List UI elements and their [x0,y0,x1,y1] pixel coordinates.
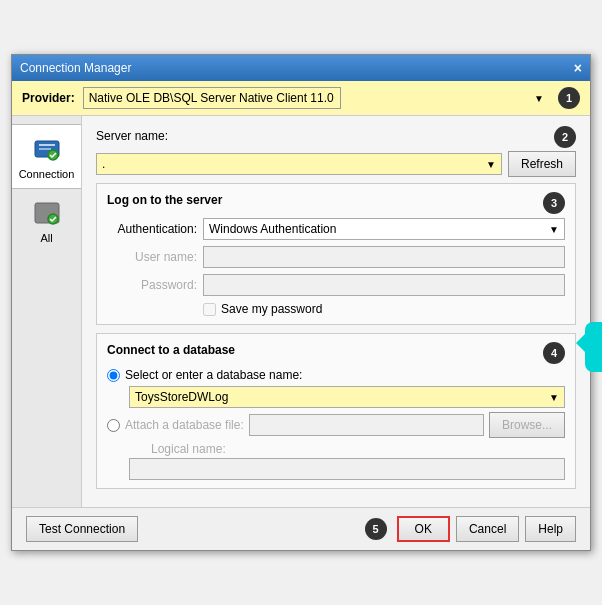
sidebar-item-connection[interactable]: Connection [12,124,81,189]
ok-button[interactable]: OK [397,516,450,542]
provider-select[interactable]: Native OLE DB\SQL Server Native Client 1… [83,87,341,109]
connection-manager-dialog: Connection Manager × Provider: Native OL… [11,54,591,551]
svg-rect-2 [39,148,51,150]
save-password-row: Save my password [203,302,565,316]
save-password-label: Save my password [221,302,322,316]
test-connection-button[interactable]: Test Connection [26,516,138,542]
main-body: Connection All Server name: 2 [12,116,590,507]
left-sidebar: Connection All [12,116,82,507]
step-badge-2: 2 [554,126,576,148]
username-row: User name: [107,246,565,268]
step-badge-5: 5 [365,518,387,540]
connection-icon [31,133,63,165]
svg-rect-1 [39,144,55,146]
username-input [203,246,565,268]
provider-select-wrapper: Native OLE DB\SQL Server Native Client 1… [83,87,550,109]
attach-db-label: Attach a database file: [125,418,244,432]
save-password-checkbox[interactable] [203,303,216,316]
server-name-controls: Refresh [96,151,576,177]
refresh-button[interactable]: Refresh [508,151,576,177]
sidebar-connection-label: Connection [19,168,75,180]
auth-input-wrapper: Windows Authentication [203,218,565,240]
server-name-label: Server name: [96,129,168,143]
sidebar-all-label: All [40,232,52,244]
cancel-button[interactable]: Cancel [456,516,519,542]
server-name-input[interactable] [96,153,502,175]
auth-label: Authentication: [107,222,197,236]
auth-row: Authentication: Windows Authentication [107,218,565,240]
auth-select[interactable]: Windows Authentication [203,218,565,240]
footer: Test Connection 5 OK Cancel Help [12,507,590,550]
select-db-radio[interactable] [107,369,120,382]
logical-name-input [129,458,565,480]
password-label: Password: [107,278,197,292]
attach-radio-row: Attach a database file: Browse... [107,412,565,438]
right-panel: Server name: 2 Refresh Log on to the ser… [82,116,590,507]
password-row: Password: [107,274,565,296]
provider-row: Provider: Native OLE DB\SQL Server Nativ… [12,81,590,116]
db-input-wrapper [129,386,565,408]
step-badge-4: 4 SQL database to log reporting data [543,342,565,364]
password-input [203,274,565,296]
logical-name-label: Logical name: [151,442,565,456]
browse-button[interactable]: Browse... [489,412,565,438]
connect-section-title: Connect to a database [107,343,235,357]
footer-right: 5 OK Cancel Help [365,516,576,542]
step-badge-3: 3 [543,192,565,214]
select-db-label: Select or enter a database name: [125,368,302,382]
step-badge-1: 1 [558,87,580,109]
connect-section: Connect to a database 4 SQL database to … [96,333,576,489]
db-name-input[interactable] [129,386,565,408]
server-name-input-wrapper [96,153,502,175]
title-bar: Connection Manager × [12,55,590,81]
select-db-radio-row: Select or enter a database name: [107,368,565,382]
attach-input [249,414,484,436]
close-button[interactable]: × [574,60,582,76]
logon-section-title: Log on to the server [107,193,222,207]
all-icon [31,197,63,229]
help-button[interactable]: Help [525,516,576,542]
logical-name-row: Logical name: [129,442,565,480]
attach-db-radio[interactable] [107,419,120,432]
dialog-title: Connection Manager [20,61,131,75]
sidebar-item-all[interactable]: All [12,189,81,252]
logon-section: Log on to the server 3 Authentication: W… [96,183,576,325]
tooltip-bubble: SQL database to log reporting data [585,322,602,372]
username-label: User name: [107,250,197,264]
provider-label: Provider: [22,91,75,105]
server-name-section: Server name: 2 Refresh [96,126,576,177]
